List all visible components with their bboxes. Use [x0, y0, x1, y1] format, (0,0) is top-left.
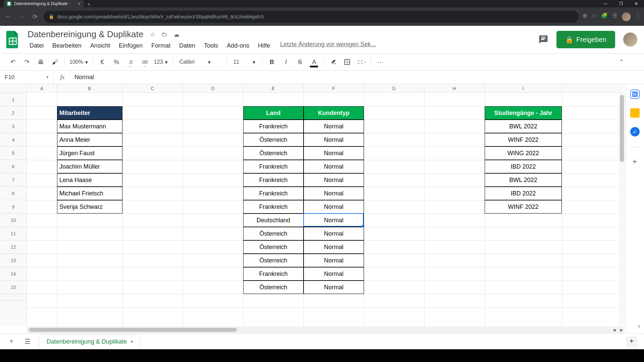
collapse-toolbar-icon[interactable]: ⌃ [619, 58, 624, 66]
document-title[interactable]: Datenbereinigung & Duplikate [25, 28, 145, 40]
share-button[interactable]: 🔒 Freigeben [556, 31, 615, 48]
table2-cell[interactable]: Normal [304, 200, 364, 214]
table3-cell[interactable]: WING 2022 [485, 146, 562, 160]
formula-bar[interactable]: Normal [71, 74, 644, 81]
row-header-1[interactable]: 1 [0, 93, 26, 106]
row-header-4[interactable]: 4 [0, 133, 26, 146]
row-header-5[interactable]: 5 [0, 146, 26, 160]
table2-cell[interactable]: Normal [304, 214, 364, 227]
table2-cell[interactable]: Frankreich [243, 267, 304, 281]
row-header-6[interactable]: 6 [0, 160, 26, 173]
table2-cell[interactable]: Normal [304, 160, 364, 173]
sheet-tab[interactable]: Datenbereinigung & Duplikate ▾ [39, 335, 141, 349]
borders-button[interactable] [341, 56, 353, 68]
table1-cell[interactable]: Joachim Müller [57, 160, 122, 173]
table2-cell[interactable]: Normal [304, 240, 364, 254]
table2-header[interactable]: Land [243, 106, 304, 120]
row-header-7[interactable]: 7 [0, 173, 26, 187]
text-color-button[interactable]: A [308, 56, 320, 68]
menu-ansicht[interactable]: Ansicht [86, 41, 114, 51]
column-header-I[interactable]: I [485, 84, 562, 93]
menu-hilfe[interactable]: Hilfe [254, 41, 274, 51]
table1-cell[interactable]: Svenja Schwarz [57, 200, 122, 214]
tasks-icon[interactable]: ✓ [630, 127, 640, 136]
table2-cell[interactable]: Frankreich [243, 173, 304, 187]
row-header-11[interactable]: 11 [0, 227, 26, 240]
redo-button[interactable]: ↷ [21, 56, 33, 68]
comments-icon[interactable] [538, 35, 548, 45]
table1-cell[interactable]: Anna Meier [57, 133, 122, 146]
italic-button[interactable]: I [280, 56, 292, 68]
table2-cell[interactable]: Normal [304, 227, 364, 240]
address-bar[interactable]: 🔒 docs.google.com/spreadsheets/d/1Jevzbk… [44, 11, 579, 23]
select-all-corner[interactable] [0, 84, 27, 93]
row-header-15[interactable]: 15 [0, 281, 26, 294]
new-tab-button[interactable]: + [84, 1, 94, 7]
table2-cell[interactable]: Frankreich [243, 120, 304, 133]
decrease-decimal-button[interactable]: .0← [124, 56, 137, 68]
table2-cell[interactable]: Normal [304, 146, 364, 160]
profile-avatar[interactable] [622, 12, 631, 21]
reload-button[interactable]: ⟳ [30, 12, 40, 21]
row-header-2[interactable]: 2 [0, 106, 26, 120]
table1-cell[interactable]: Lena Haase [57, 173, 122, 187]
account-avatar[interactable] [623, 33, 637, 47]
column-header-B[interactable]: B [57, 84, 122, 93]
forward-button[interactable]: → [17, 12, 26, 21]
scroll-right-icon[interactable]: ▶ [618, 326, 625, 333]
row-header-3[interactable]: 3 [0, 120, 26, 133]
table2-cell[interactable]: Deutschland [243, 214, 304, 227]
table1-cell[interactable]: Jürgen Faust [57, 146, 122, 160]
row-header-8[interactable]: 8 [0, 187, 26, 200]
table2-cell[interactable]: Normal [304, 133, 364, 146]
scroll-left-icon[interactable]: ◀ [610, 326, 618, 333]
extensions-icon[interactable]: 🧩 [601, 12, 608, 21]
explore-button[interactable] [626, 336, 637, 347]
table1-cell[interactable]: Max Mustermann [57, 120, 122, 133]
menu-daten[interactable]: Daten [175, 41, 199, 51]
undo-button[interactable]: ↶ [7, 56, 19, 68]
table2-cell[interactable]: Österreich [243, 281, 304, 294]
all-sheets-button[interactable]: ☰ [23, 337, 32, 346]
table2-cell[interactable]: Normal [304, 187, 364, 200]
window-close[interactable]: ✕ [629, 0, 644, 7]
add-sheet-button[interactable]: + [7, 337, 16, 346]
expand-side-panel-icon[interactable]: › [638, 322, 640, 330]
table3-cell[interactable]: BWL 2022 [485, 173, 562, 187]
table1-header[interactable]: Mitarbeiter [57, 106, 122, 120]
table2-cell[interactable]: Österreich [243, 227, 304, 240]
table3-cell[interactable]: WINF 2022 [485, 133, 562, 146]
menu-addons[interactable]: Add-ons [223, 41, 253, 51]
menu-bearbeiten[interactable]: Bearbeiten [48, 41, 86, 51]
column-header-A[interactable]: A [27, 84, 57, 93]
table3-cell[interactable]: IBD 2022 [485, 160, 562, 173]
cloud-status-icon[interactable]: ☁ [173, 31, 179, 38]
table2-cell[interactable]: Österreich [243, 254, 304, 267]
table2-cell[interactable]: Normal [304, 281, 364, 294]
last-edit-link[interactable]: Letzte Änderung vor wenigen Sek... [280, 41, 376, 51]
close-tab-icon[interactable]: × [78, 1, 80, 6]
font-size-dropdown[interactable]: 11▾ [230, 59, 259, 65]
currency-button[interactable]: € [96, 56, 108, 68]
row-header-14[interactable]: 14 [0, 267, 26, 281]
more-toolbar-button[interactable]: ⋯ [374, 56, 386, 68]
table2-cell[interactable]: Österreich [243, 240, 304, 254]
row-header-10[interactable]: 10 [0, 214, 26, 227]
table2-cell[interactable]: Normal [304, 267, 364, 281]
name-box[interactable]: F10 ▾ [0, 71, 54, 84]
menu-format[interactable]: Format [147, 41, 174, 51]
table2-header[interactable]: Kundentyp [304, 106, 364, 120]
strikethrough-button[interactable]: S [294, 56, 306, 68]
menu-tools[interactable]: Tools [200, 41, 222, 51]
table3-header[interactable]: Studiengänge - Jahr [485, 106, 562, 120]
print-button[interactable]: 🖶 [35, 56, 47, 68]
move-icon[interactable]: 🗀 [161, 31, 167, 38]
table2-cell[interactable]: Frankreich [243, 187, 304, 200]
table3-cell[interactable]: IBD 2022 [485, 187, 562, 200]
table2-cell[interactable]: Frankreich [243, 160, 304, 173]
browser-menu-icon[interactable]: ⋮ [635, 12, 641, 21]
zoom-icon[interactable]: ⊕ [583, 12, 587, 21]
sheets-logo[interactable] [4, 31, 21, 48]
column-header-E[interactable]: E [243, 84, 304, 93]
zoom-dropdown[interactable]: 100%▾ [68, 59, 89, 65]
